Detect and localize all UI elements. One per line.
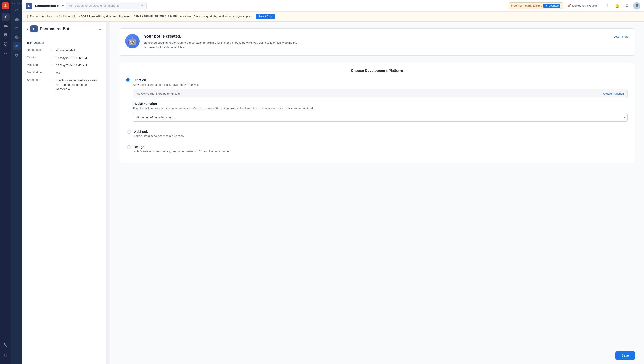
app-logo[interactable]: Z — [2, 2, 9, 10]
snav-settings[interactable] — [13, 51, 21, 59]
snav-cloud[interactable] — [13, 15, 21, 23]
bot-avatar: E — [30, 25, 38, 33]
search-shortcut: ⌘+K — [138, 4, 144, 7]
more-menu-button[interactable]: ··· — [98, 27, 102, 32]
radio-option-function: Function Serverless computation logic, p… — [126, 78, 628, 122]
radio-deluge[interactable] — [127, 145, 131, 149]
upgrade-button[interactable]: ✦ Upgrade — [544, 4, 560, 8]
platform-section: Choose Development Platform Function Ser… — [119, 62, 635, 163]
rocket-icon: 🚀 — [567, 4, 571, 8]
rail-icon-tools[interactable]: 🔧 — [2, 341, 10, 349]
search-icon: 🔍 — [69, 4, 73, 8]
icon-rail: Z ⚡ 🔧 ⊞ — [0, 0, 11, 364]
back-button[interactable]: ‹ — [27, 27, 28, 31]
detail-label-created: Created — [27, 56, 52, 59]
radio-header-function[interactable]: Function — [126, 78, 628, 82]
app-name: EcommerceBot — [35, 4, 60, 8]
integration-text: No Convokraft integration function. — [137, 92, 181, 95]
main-area: E EcommerceBot ▾ 🔍 Search for services o… — [22, 0, 644, 364]
invoke-title: Invoke Function — [133, 102, 628, 105]
right-content: 🤖 Your bot is created. Before proceeding… — [110, 22, 644, 347]
option-title-webhook: Webhook — [134, 130, 184, 133]
detail-label-namespace: Namespace — [27, 48, 52, 52]
search-placeholder: Search for services or components — [74, 4, 120, 8]
detail-label-modified-by: Modified by — [27, 71, 52, 74]
rail-icon-bots[interactable] — [2, 40, 10, 48]
robot-icon: 🤖 — [128, 37, 137, 46]
user-avatar[interactable]: 👤 — [633, 2, 640, 10]
app-dropdown[interactable]: ▾ — [62, 4, 64, 8]
option-divider-1 — [126, 126, 628, 126]
upgrade-icon: ✦ — [545, 4, 548, 8]
services-label: Services — [11, 2, 22, 5]
detail-modified-by: Modified by : Me — [27, 71, 102, 75]
right-panel: 🤖 Your bot is created. Before proceeding… — [110, 22, 644, 364]
settings-button[interactable]: ⚙ — [624, 2, 630, 10]
rail-icon-functions[interactable]: ⚡ — [2, 13, 10, 21]
detail-label-modified: Modified — [27, 63, 52, 67]
detail-value-short-intro: This bot can be used as a sales assistan… — [56, 78, 102, 91]
left-panel-wrapper: ‹ E EcommerceBot ··· Bot Details Namespa… — [22, 22, 110, 364]
detail-value-modified-by: Me — [56, 71, 102, 75]
detail-namespace: Namespace : ecommercebot — [27, 48, 102, 53]
radio-webhook[interactable] — [127, 130, 131, 134]
bot-created-title: Your bot is created. — [144, 34, 300, 39]
snav-analytics[interactable] — [13, 24, 21, 32]
detail-short-intro: Short Intro : This bot can be used as a … — [27, 78, 102, 91]
option-title-deluge: Deluge — [134, 145, 232, 149]
detail-modified: Modified : 14 May 2024, 11:42 PM — [27, 63, 102, 68]
radio-option-deluge: Deluge Zoho's native online scripting la… — [126, 145, 628, 153]
rail-icon-grid[interactable]: ⊞ — [2, 351, 10, 359]
rail-icon-analytics[interactable] — [2, 31, 10, 39]
snav-bots[interactable] — [13, 42, 21, 50]
notifications-button[interactable]: 🔔 — [614, 2, 621, 10]
panel-collapse-button[interactable]: ‹ — [106, 22, 110, 364]
save-area: Save — [110, 347, 644, 364]
rail-icon-cloud[interactable] — [2, 22, 10, 30]
invoke-select-wrapper: At the end of an action context At the b… — [133, 113, 628, 122]
option-desc-deluge: Zoho's native online scripting language,… — [134, 149, 232, 153]
left-panel-header: ‹ E EcommerceBot ··· — [22, 22, 106, 36]
app-shell: Z ⚡ 🔧 ⊞ Services — [0, 0, 644, 364]
detail-value-modified: 14 May 2024, 11:42 PM — [56, 63, 102, 68]
bot-details-title: Bot Details — [27, 41, 102, 45]
rail-icon-integrations[interactable] — [2, 49, 10, 57]
deploy-button[interactable]: 🚀 Deploy to Production — [566, 3, 601, 8]
option-divider-2 — [126, 141, 628, 141]
content-body: ‹ E EcommerceBot ··· Bot Details Namespa… — [22, 22, 644, 364]
bot-created-description: Before proceeding to configuring convers… — [144, 41, 300, 50]
invoke-description: Function will be invoked only once per a… — [133, 106, 628, 111]
help-button[interactable]: ? — [604, 2, 611, 10]
learn-more-link[interactable]: Learn more — [614, 35, 628, 38]
bot-created-text: Your bot is created. Before proceeding t… — [144, 34, 300, 50]
info-icon: ℹ — [27, 15, 28, 18]
option-desc-webhook: Your custom server accessible via web. — [134, 134, 184, 138]
platform-title: Choose Development Platform — [126, 69, 628, 73]
chevron-left-icon: ‹ — [108, 354, 108, 357]
invoke-select[interactable]: At the end of an action context At the b… — [133, 113, 628, 122]
bot-details-section: Bot Details Namespace : ecommercebot Cre… — [22, 36, 106, 99]
snav-webhook[interactable] — [13, 33, 21, 41]
radio-function[interactable] — [126, 78, 130, 82]
topbar: E EcommerceBot ▾ 🔍 Search for services o… — [22, 0, 644, 12]
radio-option-webhook: Webhook Your custom server accessible vi… — [126, 130, 628, 138]
detail-value-namespace: ecommercebot — [56, 48, 102, 53]
warning-banner: ℹ The free tier allowance for Conversion… — [22, 12, 644, 22]
search-box[interactable]: 🔍 Search for services or components ⌘+K — [66, 2, 147, 10]
banner-service: Conversion - PDF / ScreenShot, Headless … — [63, 15, 177, 18]
create-function-link[interactable]: Create Function — [603, 92, 624, 95]
integration-box: No Convokraft integration function. Crea… — [133, 89, 628, 98]
app-icon: E — [26, 3, 32, 9]
left-panel: ‹ E EcommerceBot ··· Bot Details Namespa… — [22, 22, 106, 364]
option-desc-function: Serverless computation logic, powered by… — [126, 83, 628, 86]
snav-functions[interactable] — [13, 6, 21, 14]
detail-label-short-intro: Short Intro — [27, 78, 52, 81]
sidebar-nav: Services — [11, 0, 22, 364]
tier-text: Free Tier Partially Expired — [511, 4, 542, 8]
save-button[interactable]: Save — [616, 351, 635, 359]
select-plan-button[interactable]: Select Plan — [256, 14, 275, 19]
detail-value-created: 14 May 2024, 11:42 PM — [56, 56, 102, 60]
topbar-right: Free Tier Partially Expired ✦ Upgrade 🚀 … — [509, 2, 640, 10]
bot-icon-large: 🤖 — [125, 34, 140, 48]
deploy-label: Deploy to Production — [572, 4, 599, 8]
